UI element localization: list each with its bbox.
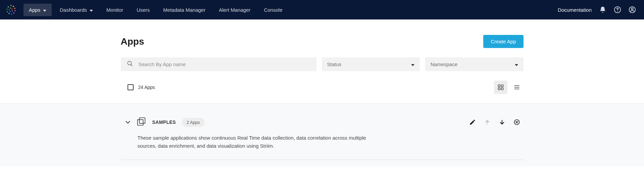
view-toggles: [494, 81, 524, 94]
status-label: Status: [327, 61, 342, 67]
svg-point-5: [11, 13, 12, 15]
nav-item-apps[interactable]: Apps: [23, 4, 52, 16]
filter-row: Status Namespace: [121, 57, 524, 71]
page-title: Apps: [121, 36, 144, 47]
nav-label: Monitor: [106, 7, 123, 13]
svg-point-10: [10, 7, 11, 8]
svg-rect-23: [498, 88, 500, 90]
count-row: 24 Apps: [121, 81, 524, 103]
svg-point-14: [9, 9, 10, 10]
grid-view-button[interactable]: [494, 81, 507, 94]
group-name: SAMPLES: [152, 119, 176, 125]
namespace-select[interactable]: Namespace: [425, 57, 524, 71]
page-header: Apps Create App: [121, 35, 524, 48]
create-app-button[interactable]: Create App: [483, 35, 523, 48]
nav-item-dashboards[interactable]: Dashboards: [54, 4, 98, 16]
arrow-up-icon: [484, 119, 491, 126]
edit-icon[interactable]: [469, 119, 476, 126]
nav-label: Apps: [29, 7, 40, 13]
group-description: These sample applications show continuou…: [121, 134, 376, 150]
svg-rect-21: [498, 85, 500, 87]
caret-down-icon: [515, 61, 518, 67]
caret-down-icon: [43, 7, 46, 13]
main-content: Apps Create App Status Namespace 24 Apps: [121, 19, 524, 103]
svg-point-9: [8, 6, 9, 8]
caret-down-icon: [90, 7, 93, 13]
account-icon[interactable]: [629, 6, 636, 13]
help-icon[interactable]: [614, 6, 621, 13]
nav-item-console[interactable]: Console: [258, 4, 288, 16]
documentation-link[interactable]: Documentation: [558, 7, 592, 13]
search-input[interactable]: [139, 61, 310, 67]
apps-count: 24 Apps: [138, 85, 155, 90]
nav-label: Metadata Manager: [163, 7, 205, 13]
nav-item-monitor[interactable]: Monitor: [101, 4, 129, 16]
group-header: SAMPLES 2 Apps: [121, 116, 524, 128]
nav-item-users[interactable]: Users: [131, 4, 155, 16]
arrow-down-icon[interactable]: [499, 119, 505, 126]
brand-logo: [5, 4, 17, 15]
svg-point-18: [631, 8, 633, 10]
search-box[interactable]: [121, 57, 316, 71]
svg-point-1: [13, 6, 14, 7]
svg-point-16: [617, 11, 618, 11]
nav-item-alert-manager[interactable]: Alert Manager: [213, 4, 256, 16]
svg-point-6: [8, 13, 10, 14]
svg-point-0: [10, 5, 12, 6]
svg-rect-28: [139, 118, 145, 124]
group-samples: SAMPLES 2 Apps These sample applications…: [0, 104, 644, 166]
stack-icon: [136, 116, 146, 128]
svg-rect-22: [501, 85, 503, 87]
search-icon: [127, 60, 133, 68]
list-view-button[interactable]: [510, 81, 524, 94]
svg-point-3: [14, 10, 16, 11]
svg-rect-29: [137, 119, 143, 125]
select-all-checkbox[interactable]: [128, 84, 134, 90]
top-nav: Apps Dashboards Monitor Users Metadata M…: [0, 0, 644, 19]
svg-line-20: [131, 64, 132, 66]
svg-point-11: [11, 8, 12, 9]
nav-label: Dashboards: [60, 7, 87, 13]
namespace-label: Namespace: [431, 61, 457, 67]
group-badge: 2 Apps: [182, 118, 205, 127]
svg-point-19: [128, 61, 131, 65]
status-select[interactable]: Status: [322, 57, 420, 71]
caret-down-icon: [411, 61, 414, 67]
svg-point-13: [10, 11, 11, 12]
svg-rect-24: [501, 88, 503, 90]
nav-items: Apps Dashboards Monitor Users Metadata M…: [23, 4, 288, 16]
nav-label: Console: [264, 7, 282, 13]
svg-point-2: [14, 8, 15, 9]
group-actions: [469, 119, 524, 126]
nav-label: Alert Manager: [219, 7, 250, 13]
bell-icon[interactable]: [599, 6, 606, 13]
topbar-right: Documentation: [558, 6, 636, 13]
group-divider: [121, 159, 524, 160]
svg-point-8: [6, 8, 8, 10]
svg-point-4: [13, 12, 15, 13]
nav-item-metadata-manager[interactable]: Metadata Manager: [158, 4, 211, 16]
nav-label: Users: [137, 7, 150, 13]
svg-point-12: [12, 10, 13, 11]
count-left: 24 Apps: [121, 84, 155, 90]
close-circle-icon[interactable]: [513, 119, 520, 126]
svg-point-7: [7, 11, 8, 12]
chevron-down-icon[interactable]: [126, 121, 130, 124]
